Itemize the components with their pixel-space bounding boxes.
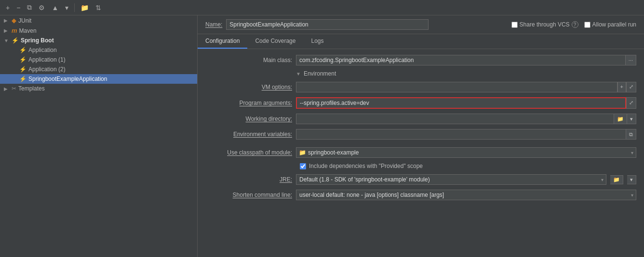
templates-icon: ✂ bbox=[12, 85, 16, 92]
include-deps-row: Include dependencies with "Provided" sco… bbox=[205, 163, 636, 169]
share-vcs-group: Share through VCS ? bbox=[511, 21, 578, 28]
shorten-cmd-label: Shorten command line: bbox=[205, 192, 292, 198]
toolbar: + − ⧉ ⚙ ▲ ▾ 📁 ⇅ bbox=[0, 0, 644, 15]
sidebar-item-application-label: Application bbox=[28, 47, 57, 53]
sidebar-item-junit-label: JUnit bbox=[18, 17, 31, 24]
sidebar-item-application2-label: Application (2) bbox=[28, 66, 66, 73]
main-class-input-group: ··· bbox=[296, 55, 636, 65]
share-vcs-label: Share through VCS bbox=[520, 21, 570, 28]
tab-code-coverage[interactable]: Code Coverage bbox=[247, 34, 303, 49]
jre-row: JRE: Default (1.8 - SDK of 'springboot-e… bbox=[205, 174, 636, 185]
tab-configuration[interactable]: Configuration bbox=[198, 34, 247, 49]
jre-dropdown-button[interactable]: ▾ bbox=[627, 175, 636, 184]
sidebar-item-spring-boot[interactable]: ▼ ⚡ Spring Boot bbox=[0, 36, 197, 45]
settings-button[interactable]: ⚙ bbox=[37, 3, 47, 13]
spring-boot-icon: ⚡ bbox=[12, 37, 19, 44]
copy-button[interactable]: ⧉ bbox=[25, 2, 34, 13]
working-dir-input-group: 📁 ▾ bbox=[296, 114, 636, 124]
program-args-fullscreen-button[interactable]: ⤢ bbox=[626, 97, 636, 109]
working-dir-browse-button[interactable]: 📁 bbox=[614, 114, 627, 124]
move-up-button[interactable]: ▲ bbox=[50, 3, 60, 13]
sidebar-item-application1-label: Application (1) bbox=[28, 56, 66, 63]
include-deps-label: Include dependencies with "Provided" sco… bbox=[309, 163, 423, 169]
shorten-cmd-select[interactable]: user-local default: none - java [options… bbox=[296, 190, 636, 200]
vm-options-row: VM options: + ⤢ bbox=[205, 82, 636, 92]
vm-options-label: VM options: bbox=[205, 84, 292, 90]
main-class-input[interactable] bbox=[296, 55, 626, 65]
remove-button[interactable]: − bbox=[14, 3, 22, 13]
shorten-cmd-select-wrapper: user-local default: none - java [options… bbox=[296, 190, 636, 200]
jre-browse-button[interactable]: 📁 bbox=[610, 175, 623, 184]
junit-arrow-icon: ▶ bbox=[4, 18, 10, 23]
sidebar-item-templates[interactable]: ▶ ✂ Templates bbox=[0, 84, 197, 93]
jre-select-wrapper: Default (1.8 - SDK of 'springboot-exampl… bbox=[296, 174, 606, 185]
separator bbox=[74, 3, 75, 12]
share-vcs-checkbox[interactable] bbox=[511, 22, 518, 28]
working-dir-dropdown-button[interactable]: ▾ bbox=[627, 114, 636, 124]
env-vars-input-group: ⧉ bbox=[296, 129, 636, 140]
vm-options-input-group: + ⤢ bbox=[296, 82, 636, 92]
sidebar-item-application2[interactable]: ⚡ Application (2) bbox=[0, 64, 197, 74]
classpath-label: Use classpath of module: bbox=[205, 149, 292, 156]
env-vars-browse-button[interactable]: ⧉ bbox=[626, 129, 636, 140]
sidebar-item-junit[interactable]: ▶ ◆ JUnit bbox=[0, 15, 197, 26]
program-args-label: Program arguments: bbox=[205, 100, 292, 106]
jre-select[interactable]: Default (1.8 - SDK of 'springboot-exampl… bbox=[296, 174, 606, 185]
sidebar-item-application[interactable]: ⚡ Application bbox=[0, 45, 197, 55]
parallel-run-label: Allow parallel run bbox=[592, 21, 636, 28]
classpath-select[interactable]: springboot-example bbox=[296, 147, 636, 158]
env-vars-row: Environment variables: ⧉ bbox=[205, 129, 636, 140]
right-options: Share through VCS ? Allow parallel run bbox=[511, 21, 636, 28]
tabs-bar: Configuration Code Coverage Logs bbox=[198, 34, 644, 49]
templates-arrow-icon: ▶ bbox=[4, 86, 10, 91]
jre-label: JRE: bbox=[205, 176, 292, 183]
vm-options-fullscreen-button[interactable]: ⤢ bbox=[626, 82, 636, 92]
sidebar-item-maven-label: Maven bbox=[19, 27, 37, 34]
spring-boot-arrow-icon: ▼ bbox=[4, 38, 10, 43]
working-dir-row: Working directory: 📁 ▾ bbox=[205, 114, 636, 124]
parallel-run-checkbox[interactable] bbox=[584, 22, 590, 28]
classpath-select-wrapper: 📁 springboot-example ▾ bbox=[296, 147, 636, 158]
folder-button[interactable]: 📁 bbox=[79, 3, 91, 13]
sidebar-item-maven[interactable]: ▶ m Maven bbox=[0, 26, 197, 36]
include-deps-checkbox[interactable] bbox=[300, 163, 306, 169]
working-dir-input[interactable] bbox=[296, 114, 614, 124]
name-input[interactable] bbox=[226, 19, 429, 30]
parallel-run-group: Allow parallel run bbox=[584, 21, 636, 28]
sort-button[interactable]: ⇅ bbox=[94, 3, 103, 13]
springboot-example-icon: ⚡ bbox=[19, 76, 27, 82]
environment-label: Environment bbox=[304, 70, 336, 77]
env-vars-input[interactable] bbox=[296, 129, 626, 140]
vm-options-expand-button[interactable]: + bbox=[617, 82, 626, 92]
name-row: Name: Share through VCS ? Allow parallel… bbox=[198, 15, 644, 34]
program-args-row: Program arguments: ⤢ bbox=[205, 97, 636, 109]
application1-icon: ⚡ bbox=[19, 56, 27, 63]
add-button[interactable]: + bbox=[4, 3, 12, 13]
application2-icon: ⚡ bbox=[19, 66, 27, 73]
program-args-input-group: ⤢ bbox=[296, 97, 636, 109]
junit-icon: ◆ bbox=[12, 17, 16, 24]
classpath-row: Use classpath of module: 📁 springboot-ex… bbox=[205, 147, 636, 158]
sidebar-item-springboot-example-app[interactable]: ⚡ SpringbootExampleApplication bbox=[0, 74, 197, 84]
environment-section: ▼ Environment bbox=[205, 70, 636, 77]
main-layout: ▶ ◆ JUnit ▶ m Maven ▼ ⚡ Spring Boot ⚡ Ap… bbox=[0, 15, 644, 257]
application-icon: ⚡ bbox=[19, 47, 27, 53]
vm-options-input[interactable] bbox=[296, 82, 617, 92]
sidebar-item-application1[interactable]: ⚡ Application (1) bbox=[0, 55, 197, 64]
name-label: Name: bbox=[205, 21, 222, 28]
main-class-browse-button[interactable]: ··· bbox=[626, 55, 636, 65]
sidebar-item-springboot-example-label: SpringbootExampleApplication bbox=[28, 76, 107, 82]
sidebar: ▶ ◆ JUnit ▶ m Maven ▼ ⚡ Spring Boot ⚡ Ap… bbox=[0, 15, 198, 257]
tab-logs[interactable]: Logs bbox=[303, 34, 331, 49]
maven-icon: m bbox=[12, 27, 17, 34]
sidebar-item-templates-label: Templates bbox=[18, 85, 45, 92]
move-down-button[interactable]: ▾ bbox=[63, 3, 70, 13]
main-class-label: Main class: bbox=[205, 57, 292, 64]
right-panel: Name: Share through VCS ? Allow parallel… bbox=[198, 15, 644, 257]
sidebar-item-spring-boot-label: Spring Boot bbox=[21, 37, 54, 44]
maven-arrow-icon: ▶ bbox=[4, 28, 10, 33]
environment-arrow-icon: ▼ bbox=[296, 71, 301, 77]
program-args-input[interactable] bbox=[296, 97, 626, 109]
env-vars-label: Environment variables: bbox=[205, 131, 292, 138]
share-vcs-help-icon[interactable]: ? bbox=[572, 21, 578, 28]
